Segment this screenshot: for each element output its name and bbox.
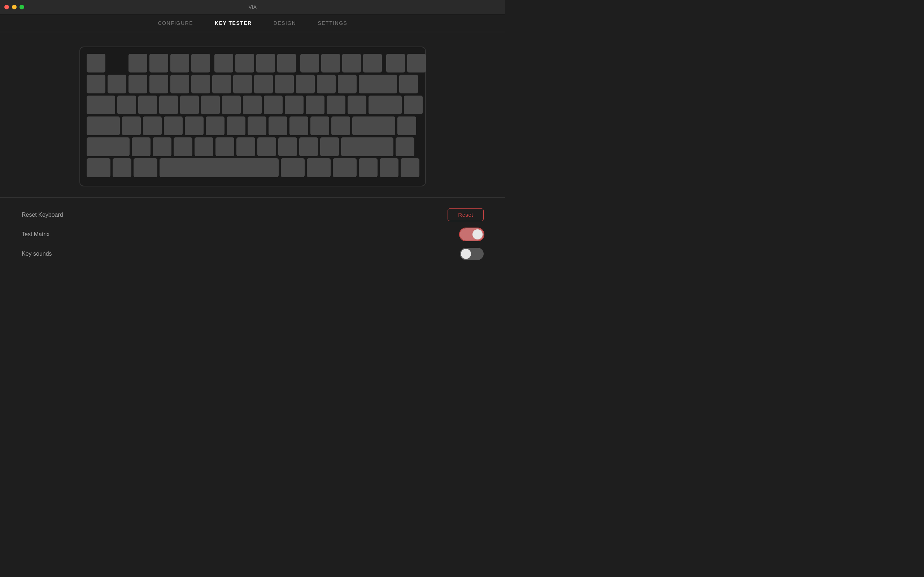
key-rctrl[interactable] [333, 158, 357, 177]
key-0[interactable] [296, 75, 315, 93]
nav-design[interactable]: DESIGN [274, 19, 296, 27]
key-d[interactable] [164, 116, 183, 135]
key-equal[interactable] [338, 75, 357, 93]
key-up[interactable] [396, 137, 414, 156]
key-down[interactable] [380, 158, 399, 177]
key-s[interactable] [143, 116, 162, 135]
key-lalt[interactable] [134, 158, 157, 177]
key-row-5 [87, 137, 419, 156]
key-slash[interactable] [320, 137, 339, 156]
key-f12[interactable] [363, 54, 382, 73]
key-8[interactable] [254, 75, 273, 93]
key-w[interactable] [138, 95, 157, 114]
key-f2[interactable] [149, 54, 168, 73]
key-lshift[interactable] [87, 137, 129, 156]
key-a[interactable] [122, 116, 141, 135]
key-f6[interactable] [235, 54, 254, 73]
key-esc[interactable] [87, 54, 105, 73]
test-matrix-toggle[interactable] [460, 228, 484, 240]
minimize-button[interactable] [12, 5, 16, 10]
key-quote[interactable] [331, 116, 350, 135]
nav-settings[interactable]: SETTINGS [318, 19, 347, 27]
key-n[interactable] [236, 137, 255, 156]
nav-configure[interactable]: CONFIGURE [158, 19, 194, 27]
maximize-button[interactable] [19, 5, 24, 10]
key-9[interactable] [275, 75, 294, 93]
key-5[interactable] [191, 75, 210, 93]
key-row-1 [87, 54, 419, 73]
key-u[interactable] [243, 95, 262, 114]
key-r[interactable] [180, 95, 199, 114]
key-backslash[interactable] [368, 95, 402, 114]
key-c[interactable] [174, 137, 192, 156]
key-left[interactable] [359, 158, 378, 177]
key-space[interactable] [160, 158, 279, 177]
key-grave[interactable] [87, 75, 105, 93]
key-h[interactable] [227, 116, 246, 135]
key-v[interactable] [195, 137, 213, 156]
key-rbracket[interactable] [347, 95, 366, 114]
key-y[interactable] [222, 95, 241, 114]
key-sounds-toggle[interactable] [460, 248, 484, 260]
key-caps[interactable] [87, 116, 120, 135]
key-f3[interactable] [170, 54, 189, 73]
key-sounds-toggle-wrapper[interactable] [460, 248, 484, 260]
close-button[interactable] [4, 5, 9, 10]
key-comma[interactable] [278, 137, 297, 156]
key-home[interactable] [399, 75, 418, 93]
key-f[interactable] [185, 116, 204, 135]
key-7[interactable] [233, 75, 252, 93]
key-right[interactable] [401, 158, 419, 177]
key-tab[interactable] [87, 95, 115, 114]
key-period[interactable] [299, 137, 318, 156]
key-ralt[interactable] [281, 158, 305, 177]
reset-button[interactable]: Reset [447, 208, 484, 221]
key-fn[interactable] [307, 158, 331, 177]
key-e[interactable] [159, 95, 178, 114]
key-f9[interactable] [300, 54, 319, 73]
key-row-6 [87, 158, 419, 177]
key-rshift[interactable] [341, 137, 393, 156]
key-f1[interactable] [129, 54, 147, 73]
key-f7[interactable] [256, 54, 275, 73]
key-6[interactable] [212, 75, 231, 93]
key-k[interactable] [268, 116, 287, 135]
key-l[interactable] [289, 116, 308, 135]
key-o[interactable] [285, 95, 304, 114]
key-j[interactable] [247, 116, 267, 135]
key-enter[interactable] [352, 116, 395, 135]
key-pgup[interactable] [404, 95, 423, 114]
key-f4[interactable] [191, 54, 210, 73]
key-3[interactable] [149, 75, 168, 93]
test-matrix-toggle-wrapper[interactable] [460, 228, 484, 240]
key-2[interactable] [129, 75, 147, 93]
key-pgdn[interactable] [397, 116, 416, 135]
key-f5[interactable] [215, 54, 233, 73]
key-minus[interactable] [317, 75, 336, 93]
key-4[interactable] [170, 75, 189, 93]
key-x[interactable] [153, 137, 171, 156]
key-f10[interactable] [321, 54, 340, 73]
key-i[interactable] [264, 95, 283, 114]
key-lctrl[interactable] [87, 158, 110, 177]
key-1[interactable] [108, 75, 126, 93]
key-p[interactable] [306, 95, 325, 114]
key-semicolon[interactable] [310, 116, 329, 135]
key-z[interactable] [132, 137, 150, 156]
key-g[interactable] [206, 116, 225, 135]
key-m[interactable] [257, 137, 276, 156]
key-f8[interactable] [277, 54, 296, 73]
nav-key-tester[interactable]: KEY TESTER [215, 19, 252, 27]
key-f11[interactable] [342, 54, 361, 73]
title-bar: VIA [0, 0, 505, 15]
key-q[interactable] [117, 95, 136, 114]
key-t[interactable] [201, 95, 220, 114]
key-prtsc[interactable] [386, 54, 405, 73]
key-lwin[interactable] [113, 158, 131, 177]
keyboard-container [0, 32, 505, 197]
controls-section: Reset Keyboard Reset Test Matrix Key sou… [0, 198, 505, 271]
key-del[interactable] [407, 54, 426, 73]
key-lbracket[interactable] [327, 95, 346, 114]
key-backspace[interactable] [359, 75, 397, 93]
key-b[interactable] [215, 137, 234, 156]
